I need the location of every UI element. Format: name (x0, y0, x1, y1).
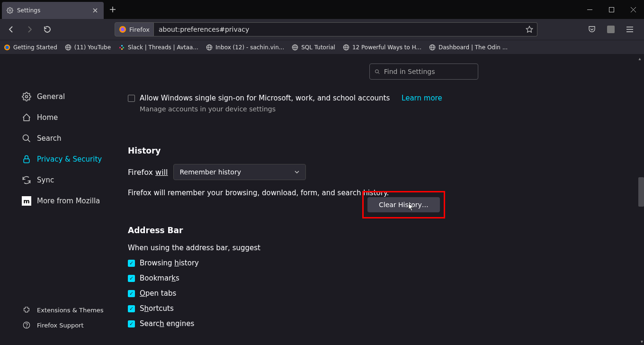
new-tab-button[interactable] (109, 6, 116, 13)
globe-icon (65, 44, 72, 51)
forward-button[interactable] (22, 22, 37, 37)
suggest-shortcuts-checkbox[interactable] (128, 305, 135, 312)
svg-line-39 (28, 140, 30, 142)
svg-point-10 (121, 27, 125, 31)
suggest-bookmarks-checkbox[interactable] (128, 275, 135, 282)
url-bar[interactable]: about:preferences#privacy (154, 22, 537, 36)
close-tab-button[interactable] (91, 7, 99, 14)
svg-text:m: m (23, 198, 30, 205)
gear-icon (22, 92, 31, 101)
svg-rect-21 (119, 47, 121, 48)
identity-label: Firefox (129, 26, 150, 33)
window-controls (579, 0, 644, 19)
slack-icon (118, 44, 125, 51)
chevron-down-icon (294, 169, 300, 175)
sidebar-support[interactable]: Firefox Support (19, 318, 111, 333)
suggest-engines-checkbox[interactable] (128, 320, 135, 327)
suggest-history-checkbox[interactable] (128, 260, 135, 267)
minimize-button[interactable] (579, 0, 600, 19)
nav-toolbar: Firefox about:preferences#privacy (0, 19, 644, 40)
search-icon (375, 69, 380, 75)
content: ▴ ▾ General Home Search Privacy & Securi… (0, 54, 644, 345)
sidebar-item-privacy[interactable]: Privacy & Security (19, 150, 111, 169)
menu-icon[interactable] (623, 23, 636, 36)
checkbox-label: Shortcuts (140, 304, 174, 313)
svg-rect-40 (24, 159, 29, 163)
bookmark-item[interactable]: (11) YouTube (65, 44, 111, 51)
sidebar-item-home[interactable]: Home (19, 108, 111, 127)
address-bar-heading: Address Bar (128, 226, 635, 235)
sso-label: Allow Windows single sign-on for Microso… (140, 94, 390, 102)
dropdown-value: Remember history (179, 168, 241, 176)
svg-rect-12 (607, 26, 615, 33)
sidebar-item-label: General (37, 92, 65, 101)
help-icon (22, 320, 31, 330)
pocket-icon[interactable] (585, 23, 599, 36)
bookmark-item[interactable]: SQL Tutorial (292, 44, 335, 51)
url-text: about:preferences#privacy (159, 26, 249, 33)
clear-history-button[interactable]: Clear History… (367, 197, 440, 212)
svg-point-45 (375, 70, 378, 73)
close-window-button[interactable] (622, 0, 644, 19)
maximize-button[interactable] (600, 0, 622, 19)
sidebar-item-label: More from Mozilla (37, 197, 100, 205)
sidebar-item-label: Firefox Support (37, 322, 84, 329)
globe-icon (343, 44, 349, 51)
sidebar-item-search[interactable]: Search (19, 129, 111, 148)
settings-sidebar: General Home Search Privacy & Security S… (0, 54, 118, 345)
history-description: Firefox will remember your browsing, dow… (128, 189, 389, 197)
history-heading: History (128, 146, 635, 155)
svg-rect-6 (609, 7, 614, 12)
checkbox-label: Search engines (140, 319, 194, 328)
sso-checkbox[interactable] (128, 95, 135, 102)
puzzle-icon (22, 305, 31, 315)
svg-point-37 (26, 96, 28, 98)
home-icon (22, 113, 31, 122)
globe-icon (292, 44, 298, 51)
checkbox-label: Browsing history (140, 259, 199, 267)
suggest-opentabs-checkbox[interactable] (128, 290, 135, 297)
bookmark-item[interactable]: Dashboard | The Odin ... (429, 44, 508, 51)
bookmark-item[interactable]: 12 Powerful Ways to H... (343, 44, 421, 51)
svg-point-38 (23, 135, 29, 141)
address-bar-subtext: When using the address bar, suggest (128, 244, 635, 252)
sidebar-item-more[interactable]: m More from Mozilla (19, 191, 111, 210)
firefox-icon (119, 26, 126, 33)
checkbox-label: Bookmarks (140, 274, 179, 282)
firefox-icon (4, 44, 10, 51)
history-prefix: Firefox will (128, 168, 168, 177)
bookmark-star-icon[interactable] (526, 26, 533, 33)
sidebar-item-label: Search (37, 134, 62, 143)
sidebar-item-label: Privacy & Security (37, 155, 102, 163)
sidebar-item-label: Extensions & Themes (37, 307, 104, 314)
history-mode-dropdown[interactable]: Remember history (173, 164, 306, 180)
svg-line-46 (378, 72, 379, 73)
lock-icon (22, 154, 31, 164)
bookmark-item[interactable]: Slack | Threads | Avtaa... (118, 44, 198, 51)
sidebar-item-general[interactable]: General (19, 87, 111, 106)
learn-more-link[interactable]: Learn more (402, 94, 442, 102)
globe-icon (429, 44, 436, 51)
svg-point-44 (27, 327, 27, 327)
tab-title: Settings (17, 7, 88, 14)
back-button[interactable] (4, 22, 19, 37)
svg-rect-23 (123, 47, 124, 48)
svg-marker-11 (526, 26, 532, 32)
sync-icon (22, 175, 31, 185)
browser-tab[interactable]: Settings (2, 2, 104, 19)
svg-point-0 (9, 9, 11, 11)
sidebar-extensions[interactable]: Extensions & Themes (19, 302, 111, 318)
settings-search-input[interactable] (384, 68, 473, 75)
identity-box[interactable]: Firefox (115, 22, 154, 36)
bookmark-item[interactable]: Inbox (12) - sachin.vin... (206, 44, 284, 51)
sidebar-item-sync[interactable]: Sync (19, 171, 111, 190)
sidebar-item-label: Home (37, 113, 58, 122)
bookmark-item[interactable]: Getting Started (4, 44, 57, 51)
account-icon[interactable] (604, 23, 617, 36)
titlebar: Settings (0, 0, 644, 19)
search-icon (22, 134, 31, 143)
svg-rect-24 (121, 48, 123, 50)
reload-button[interactable] (40, 22, 55, 37)
settings-main: Allow Windows single sign-on for Microso… (118, 54, 644, 345)
settings-search[interactable] (369, 64, 478, 80)
